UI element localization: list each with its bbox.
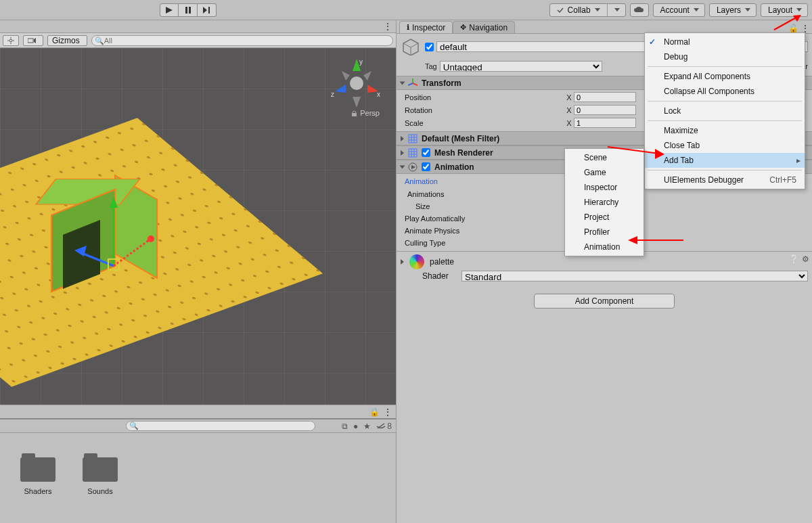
add-component-button[interactable]: Add Component	[534, 294, 675, 309]
scene-search-input[interactable]	[104, 36, 380, 45]
svg-marker-3	[203, 7, 207, 14]
svg-line-32	[408, 83, 413, 85]
sun-icon	[7, 37, 14, 44]
lock-closed-icon[interactable]: 🔒	[369, 407, 380, 417]
submenu-inspector[interactable]: Inspector	[565, 180, 644, 195]
submenu-project[interactable]: Project	[565, 210, 644, 225]
favorite-icon[interactable]: ●	[353, 422, 358, 431]
transform-icon	[408, 78, 418, 88]
info-icon: ℹ	[407, 23, 409, 32]
svg-marker-25	[342, 71, 350, 81]
scene-status-options[interactable]: ⋮	[384, 407, 392, 417]
search-icon: 🔍	[95, 37, 104, 45]
svg-line-47	[608, 147, 659, 154]
menu-collapse-all[interactable]: Collapse All Components	[645, 84, 805, 99]
svg-marker-50	[628, 236, 637, 244]
animation-icon	[408, 162, 418, 172]
project-folder-shaders[interactable]: Shaders	[20, 453, 55, 495]
folder-icon	[83, 453, 118, 482]
play-button[interactable]	[160, 3, 179, 17]
annotation-arrow	[625, 233, 686, 247]
selected-mesh[interactable]	[51, 175, 159, 279]
menu-uielements-debugger[interactable]: UIElements DebuggerCtrl+F5	[645, 173, 805, 187]
tab-inspector[interactable]: ℹ Inspector	[399, 21, 453, 33]
annotation-arrow	[771, 14, 805, 34]
scale-x-input[interactable]	[574, 118, 636, 128]
shader-select[interactable]: Standard	[461, 271, 808, 281]
menu-add-tab[interactable]: Add Tab▸	[645, 153, 805, 168]
playback-controls	[160, 3, 217, 17]
project-folder-sounds[interactable]: Sounds	[83, 453, 118, 495]
svg-line-31	[413, 83, 418, 85]
svg-rect-33	[409, 135, 417, 143]
orientation-gizmo[interactable]: y x z	[330, 56, 384, 110]
tag-label: Tag	[425, 62, 437, 70]
camera-icon	[28, 38, 36, 43]
help-icon[interactable]: ❔	[789, 254, 799, 264]
cloud-button[interactable]	[630, 3, 649, 17]
account-dropdown[interactable]: Account	[653, 3, 705, 17]
gear-icon[interactable]: ⚙	[802, 254, 809, 264]
tag-select[interactable]: Untagged	[440, 61, 602, 72]
layers-dropdown[interactable]: Layers	[709, 3, 757, 17]
svg-marker-11	[34, 38, 36, 43]
filter-icon[interactable]: ⧉	[342, 422, 348, 431]
axis-x-label: x	[377, 91, 380, 98]
pause-button[interactable]	[179, 3, 198, 17]
menu-debug[interactable]: Debug	[645, 49, 805, 64]
material-name: palette	[430, 257, 454, 267]
hidden-icon[interactable]: 8	[376, 422, 392, 431]
scene-fx-toggle[interactable]	[3, 35, 19, 46]
submenu-hierarchy[interactable]: Hierarchy	[565, 195, 644, 210]
menu-normal[interactable]: ✓Normal	[645, 35, 805, 49]
svg-rect-2	[189, 7, 191, 14]
lock-icon	[351, 110, 357, 116]
foldout-icon	[400, 165, 405, 168]
step-button[interactable]	[198, 3, 217, 17]
svg-rect-26	[352, 113, 357, 116]
folder-label: Sounds	[87, 487, 112, 495]
foldout-icon	[401, 136, 404, 141]
gameobject-icon	[401, 37, 421, 57]
svg-rect-38	[409, 149, 417, 157]
nav-icon: ✥	[460, 23, 466, 32]
menu-lock[interactable]: Lock	[645, 104, 805, 118]
annotation-arrow	[606, 139, 667, 159]
rotation-x-input[interactable]	[574, 105, 636, 115]
animation-enabled-toggle[interactable]	[422, 162, 430, 171]
star-icon[interactable]: ★	[363, 422, 371, 431]
menu-maximize[interactable]: Maximize	[645, 123, 805, 138]
inspector-context-menu: ✓Normal Debug Expand All Components Coll…	[644, 32, 805, 189]
gizmos-dropdown[interactable]: Gizmos	[47, 35, 87, 46]
folder-label: Shaders	[24, 487, 52, 495]
scene-options-icon[interactable]: ⋮	[383, 21, 393, 32]
project-panel: 🔍 ⧉ ● ★ 8 Shaders	[0, 418, 396, 523]
svg-point-5	[9, 39, 12, 42]
project-search[interactable]: 🔍	[126, 421, 315, 431]
foldout-icon[interactable]	[401, 259, 404, 265]
search-icon: 🔍	[129, 422, 139, 430]
gameobject-active-toggle[interactable]	[425, 43, 434, 51]
tab-navigation[interactable]: ✥ Navigation	[453, 21, 515, 33]
folder-icon	[20, 453, 55, 482]
mesh-icon	[408, 148, 418, 158]
account-label: Account	[660, 5, 690, 15]
scene-toolbar: Gizmos 🔍	[0, 33, 396, 48]
axis-z-label: z	[331, 91, 334, 98]
foldout-icon	[401, 150, 404, 156]
scene-2d-toggle[interactable]	[23, 35, 43, 46]
ground-plane	[0, 118, 323, 386]
caret-icon	[694, 8, 699, 12]
axis-y-label: y	[359, 58, 363, 66]
menu-close-tab[interactable]: Close Tab	[645, 138, 805, 153]
scene-viewport[interactable]: y x z Persp	[0, 48, 396, 405]
meshrenderer-enabled-toggle[interactable]	[422, 148, 430, 157]
rotation-label: Rotation	[402, 106, 564, 114]
projection-label[interactable]: Persp	[351, 109, 380, 117]
menu-expand-all[interactable]: Expand All Components	[645, 69, 805, 84]
collab-dropdown[interactable]: Collab	[549, 3, 626, 17]
scene-search[interactable]: 🔍	[91, 35, 393, 46]
layers-label: Layers	[717, 5, 741, 15]
submenu-game[interactable]: Game	[565, 165, 644, 180]
position-x-input[interactable]	[574, 92, 636, 102]
